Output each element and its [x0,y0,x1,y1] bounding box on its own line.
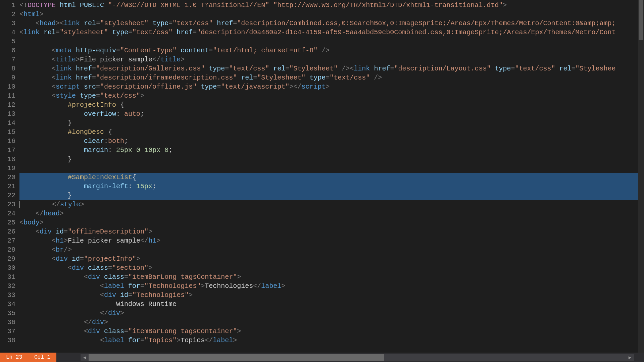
code-token [104,1,108,9]
code-line[interactable]: } [19,118,644,127]
code-token: ; [124,137,128,145]
code-line[interactable]: overflow: auto; [19,109,644,118]
code-token: "description/Galleries.css" [96,65,205,72]
horizontal-scrollbar[interactable]: ◀ ▶ [81,354,634,361]
code-line[interactable]: <body> [19,218,644,227]
code-token: "description/Combined.css,0:SearchBox,0:… [237,19,615,27]
code-line[interactable]: <html> [19,10,644,19]
code-token: class [104,327,124,335]
code-token [52,228,56,236]
line-number: 33 [0,291,15,300]
code-line[interactable] [19,37,644,46]
code-token: #SampleIndexList [68,173,132,181]
code-token: : [108,146,116,154]
code-line[interactable] [19,164,644,173]
code-line[interactable]: <div class="itemBarLong tagsContainer"> [19,327,644,336]
horizontal-scroll-thumb[interactable] [89,354,384,361]
code-line[interactable]: <label for="Technologies">Technologies</… [19,281,644,291]
status-col-indicator[interactable]: Col 1 [28,353,56,362]
code-token: > [326,83,330,91]
code-token: > [189,291,193,299]
vertical-scrollbar[interactable] [638,0,644,353]
code-token: </ [253,282,261,290]
code-token: > [60,210,64,217]
code-token: < [52,74,56,82]
code-token [19,101,68,109]
code-line[interactable]: } [19,191,644,200]
code-line[interactable]: <link rel="stylesheet" type="text/css" h… [19,28,644,37]
code-line[interactable]: Windows Runtime [19,300,644,309]
code-line[interactable]: <div id="Technologies"> [19,291,644,300]
code-line[interactable]: #SampleIndexList{ [19,173,644,182]
horizontal-scroll-track[interactable] [89,354,626,361]
code-token: = [96,19,100,27]
code-token: DOCTYPE [28,1,56,9]
code-line[interactable]: <h1>File picker sample</h1> [19,236,644,245]
code-token [140,146,144,154]
code-line[interactable]: <div id="offlineDescription"> [19,227,644,236]
code-token: rel [559,65,572,72]
code-token: { [116,101,124,109]
code-line[interactable]: <script src="description/offline.js" typ… [19,82,644,91]
code-editor[interactable]: 1234567891011121314151617181920212223242… [0,0,644,353]
code-line[interactable]: <!DOCTYPE html PUBLIC "-//W3C//DTD XHTML… [19,1,644,10]
code-token [19,228,36,236]
code-lines[interactable]: <!DOCTYPE html PUBLIC "-//W3C//DTD XHTML… [19,0,644,353]
code-line[interactable]: #projectInfo { [19,100,644,109]
status-line-indicator[interactable]: Ln 23 [0,353,28,362]
code-token: = [168,19,172,27]
code-line[interactable]: </style> [19,200,644,209]
code-line[interactable]: </div> [19,318,644,327]
code-token: > [120,309,124,317]
code-line[interactable]: <head><link rel="stylesheet" type="text/… [19,19,644,28]
code-token [317,47,321,54]
code-token: < [84,327,88,335]
code-line[interactable]: margin: 25px 0 10px 0; [19,146,644,155]
code-token: link [23,29,40,36]
code-token: = [253,74,257,82]
code-token: body [23,219,40,226]
code-line[interactable]: <div class="section"> [19,263,644,272]
code-line[interactable]: <meta http-equiv="Content-Type" content=… [19,46,644,55]
code-token: = [511,65,515,72]
code-token: </ [293,83,301,91]
code-line[interactable]: margin-left: 15px; [19,182,644,191]
vertical-scroll-thumb[interactable] [639,0,643,40]
line-number: 2 [0,10,15,19]
code-token: { [132,173,136,181]
scroll-right-icon[interactable]: ▶ [626,355,634,360]
code-token: : [104,137,108,145]
code-line[interactable]: <label for="Topics">Topics</label> [19,336,644,345]
code-token: > [56,19,60,27]
code-token: #projectInfo [68,101,116,109]
line-number: 17 [0,146,15,155]
code-token: #longDesc [68,128,104,136]
code-token: = [124,273,128,281]
code-line[interactable]: </head> [19,209,644,218]
code-token: href [177,29,193,36]
code-line[interactable]: clear:both; [19,137,644,146]
scroll-left-icon[interactable]: ◀ [81,355,89,360]
line-number: 8 [0,64,15,73]
code-line[interactable]: <link href="description/Galleries.css" t… [19,64,644,73]
code-line[interactable]: <title>File picker sample</title> [19,55,644,64]
code-line[interactable]: </div> [19,309,644,318]
code-line[interactable]: <div id="projectInfo"> [19,254,644,263]
code-token [80,83,84,91]
code-line[interactable]: <br/> [19,245,644,254]
code-token: div [104,291,116,299]
code-line[interactable]: <link href="description/iframedescriptio… [19,73,644,82]
code-token: "Content-Type" [120,47,177,54]
code-token: div [88,273,100,281]
code-line[interactable]: #longDesc { [19,127,644,137]
code-token: title [160,56,181,63]
code-line[interactable]: <div class="itemBarLong tagsContainer"> [19,272,644,281]
code-token [19,92,52,100]
code-token [80,19,84,27]
code-line[interactable]: <style type="text/css"> [19,91,644,100]
code-area[interactable]: 1234567891011121314151617181920212223242… [0,0,644,353]
code-token: </ [52,201,60,208]
code-line[interactable]: } [19,155,644,164]
code-token [19,74,52,82]
code-token: href [76,65,92,72]
